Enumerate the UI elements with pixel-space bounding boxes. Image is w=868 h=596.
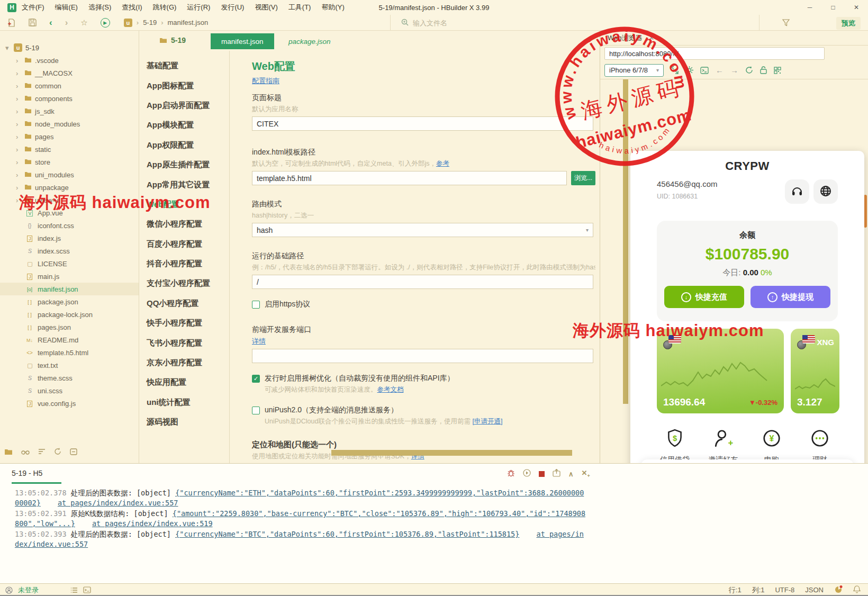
tab-manifest-json[interactable]: manifest.json xyxy=(211,33,274,49)
reference-doc-link[interactable]: 参考文档 xyxy=(377,386,404,393)
log-json-link[interactable]: {"currencyName":"BTC","dataPoints":60,"f… xyxy=(175,530,519,538)
expand-icon[interactable] xyxy=(671,66,679,74)
menu-view[interactable]: 视图(V) xyxy=(255,3,277,12)
close-button[interactable]: ✕ xyxy=(845,0,868,15)
collapse-panel-icon[interactable]: ∧ xyxy=(568,470,574,478)
menu-goto[interactable]: 跳转(G) xyxy=(153,3,177,12)
nav-app-permission-config[interactable]: App权限配置 xyxy=(139,136,229,155)
tree-file[interactable]: pages.json xyxy=(0,321,139,333)
nav-kuaishou-mp-config[interactable]: 快手小程序配置 xyxy=(139,313,229,333)
apply-open-link[interactable]: [申请开通] xyxy=(472,418,502,425)
nav-app-icon-config[interactable]: App图标配置 xyxy=(139,76,229,95)
save-icon[interactable] xyxy=(29,19,37,26)
tree-folder[interactable]: ›components xyxy=(0,92,139,105)
nav-web-config[interactable]: Web配置 xyxy=(139,195,229,214)
menu-find[interactable]: 查找(I) xyxy=(122,3,142,12)
stop-icon[interactable] xyxy=(539,471,545,477)
nav-jd-mp-config[interactable]: 京东小程序配置 xyxy=(139,353,229,373)
tree-folder[interactable]: ›common xyxy=(0,79,139,92)
nav-app-module-config[interactable]: App模块配置 xyxy=(139,115,229,135)
tree-file[interactable]: App.vue xyxy=(0,206,139,219)
tree-file[interactable]: vue.config.js xyxy=(0,397,139,410)
tree-folder[interactable]: ›uview-ui xyxy=(0,194,139,206)
tree-file[interactable]: template.h5.html xyxy=(0,346,139,359)
filetype-indicator[interactable]: JSON xyxy=(805,586,824,594)
qr-code-icon[interactable] xyxy=(774,67,781,74)
nav-app-splash-config[interactable]: App启动界面配置 xyxy=(139,96,229,115)
clear-console-icon[interactable]: ✕+ xyxy=(582,469,590,478)
menu-edit[interactable]: 编辑(E) xyxy=(55,3,78,12)
tree-file-selected[interactable]: manifest.json xyxy=(0,283,139,295)
export-log-icon[interactable] xyxy=(553,469,560,478)
reference-link[interactable]: 参考 xyxy=(436,160,449,167)
tree-folder[interactable]: ›js_sdk xyxy=(0,105,139,118)
dev-port-input[interactable] xyxy=(252,349,593,363)
nav-app-other-config[interactable]: App常用其它设置 xyxy=(139,175,229,194)
market-card[interactable]: 13696.64 ▼-0.32% xyxy=(657,329,784,413)
tree-folder[interactable]: ›.vscode xyxy=(0,54,139,67)
base-path-input[interactable] xyxy=(252,275,593,289)
menu-run[interactable]: 运行(R) xyxy=(187,3,210,12)
tree-root[interactable]: ▾ u 5-19 xyxy=(0,41,139,54)
minimize-button[interactable]: ─ xyxy=(798,0,821,15)
nav-feishu-mp-config[interactable]: 飞书小程序配置 xyxy=(139,333,229,353)
breadcrumb-file[interactable]: manifest.json xyxy=(168,19,209,26)
outline-icon[interactable] xyxy=(70,587,78,593)
chevron-down-icon[interactable]: ▾ xyxy=(5,44,11,52)
tree-file[interactable]: theme.scss xyxy=(0,372,139,384)
quick-deposit-button[interactable]: ↓ 快捷充值 xyxy=(664,286,744,308)
log-source-link[interactable]: at pages/index/index.vue:519 xyxy=(92,519,213,528)
tree-folder[interactable]: ›static xyxy=(0,143,139,156)
nav-source-view[interactable]: 源码视图 xyxy=(139,412,229,432)
tree-file[interactable]: package-lock.json xyxy=(0,308,139,321)
refresh-icon[interactable] xyxy=(745,66,753,74)
https-checkbox[interactable] xyxy=(252,301,260,309)
sort-icon[interactable] xyxy=(38,448,46,457)
console-tab[interactable]: 5-19 - H5 xyxy=(12,469,61,484)
collapse-icon[interactable] xyxy=(70,448,77,457)
restart-run-icon[interactable] xyxy=(523,469,531,478)
terminal-icon[interactable] xyxy=(83,586,91,593)
debug-bug-icon[interactable] xyxy=(507,469,515,478)
tree-folder[interactable]: ›__MACOSX xyxy=(0,67,139,79)
file-search-box[interactable] xyxy=(390,15,760,31)
tree-folder[interactable]: ›node_modules xyxy=(0,118,139,130)
refresh-icon[interactable] xyxy=(54,448,61,457)
tree-file[interactable]: text.txt xyxy=(0,359,139,372)
gear-icon[interactable] xyxy=(685,66,693,74)
tree-file[interactable]: main.js xyxy=(0,270,139,283)
encoding-indicator[interactable]: UTF-8 xyxy=(775,586,794,594)
new-file-icon[interactable] xyxy=(7,19,16,27)
back-icon[interactable]: ← xyxy=(716,66,724,75)
tab-package-json[interactable]: package.json xyxy=(281,33,338,49)
preview-button[interactable]: 预览 xyxy=(836,17,861,30)
tree-file[interactable]: iconfont.css xyxy=(0,219,139,232)
tree-folder[interactable]: ›store xyxy=(0,156,139,168)
tree-file[interactable]: LICENSE xyxy=(0,257,139,270)
star-icon[interactable]: ☆ xyxy=(80,18,87,28)
page-title-input[interactable] xyxy=(252,116,593,131)
maximize-button[interactable]: □ xyxy=(821,0,845,15)
bell-icon[interactable] xyxy=(853,585,861,595)
details-link[interactable]: 详情 xyxy=(252,337,266,345)
nav-qq-mp-config[interactable]: QQ小程序配置 xyxy=(139,294,229,313)
binoculars-icon[interactable] xyxy=(21,448,30,457)
browse-button[interactable]: 浏览... xyxy=(571,171,595,185)
tree-file[interactable]: index.js xyxy=(0,232,139,245)
tree-file[interactable]: package.json xyxy=(0,295,139,308)
nav-baidu-mp-config[interactable]: 百度小程序配置 xyxy=(139,234,229,254)
nav-weixin-mp-config[interactable]: 微信小程序配置 xyxy=(139,214,229,234)
device-select[interactable]: iPhone 6/7/8 ▾ xyxy=(604,64,664,77)
treeshake-checkbox[interactable]: ✓ xyxy=(252,375,260,383)
menu-tools[interactable]: 工具(T) xyxy=(288,3,311,12)
nav-alipay-mp-config[interactable]: 支付宝小程序配置 xyxy=(139,274,229,293)
nav-quickapp-config[interactable]: 快应用配置 xyxy=(139,373,229,392)
tree-file[interactable]: uni.scss xyxy=(0,384,139,397)
search-input[interactable] xyxy=(413,19,709,27)
filter-icon[interactable] xyxy=(782,19,790,28)
console-icon[interactable] xyxy=(700,67,709,74)
tree-file[interactable]: index.scss xyxy=(0,245,139,257)
open-folder-icon[interactable] xyxy=(4,448,13,457)
menu-file[interactable]: 文件(F) xyxy=(22,3,44,12)
cursor-col[interactable]: 列:1 xyxy=(752,585,765,595)
